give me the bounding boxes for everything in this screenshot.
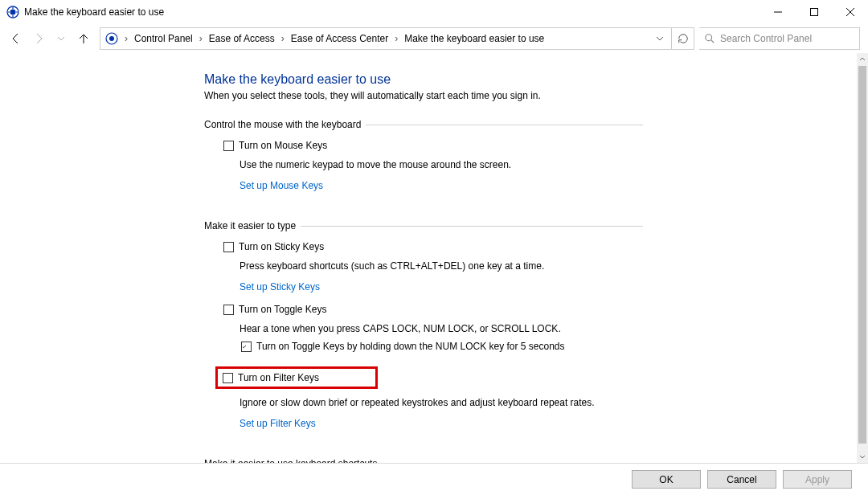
main-content: Make the keyboard easier to use When you…: [0, 53, 643, 463]
chevron-right-icon[interactable]: ›: [393, 33, 399, 44]
desc-mouse-keys: Use the numeric keypad to move the mouse…: [240, 159, 643, 170]
up-button[interactable]: [76, 31, 92, 47]
checkbox-mouse-keys[interactable]: [223, 141, 234, 151]
label-toggle-keys: Turn on Toggle Keys: [239, 304, 326, 315]
chevron-right-icon[interactable]: ›: [280, 33, 286, 44]
page-title: Make the keyboard easier to use: [204, 72, 643, 87]
minimize-button[interactable]: [760, 0, 796, 24]
refresh-button[interactable]: [672, 27, 694, 50]
ease-of-access-icon: [105, 32, 118, 45]
window-title: Make the keyboard easier to use: [24, 6, 164, 18]
desc-filter-keys: Ignore or slow down brief or repeated ke…: [240, 397, 643, 408]
chevron-right-icon[interactable]: ›: [123, 33, 129, 44]
label-toggle-keys-numlock: Turn on Toggle Keys by holding down the …: [256, 341, 565, 352]
svg-point-5: [706, 35, 712, 41]
title-bar: Make the keyboard easier to use: [0, 0, 868, 24]
maximize-button[interactable]: [796, 0, 832, 24]
ease-of-access-icon: [6, 6, 19, 18]
checkbox-sticky-keys[interactable]: [223, 242, 234, 252]
close-button[interactable]: [832, 0, 868, 24]
svg-point-4: [109, 36, 114, 41]
svg-point-1: [10, 10, 16, 15]
recent-locations-dropdown[interactable]: [53, 31, 69, 47]
address-dropdown[interactable]: [652, 28, 668, 49]
chevron-right-icon[interactable]: ›: [198, 33, 204, 44]
checkbox-toggle-keys[interactable]: [223, 305, 234, 315]
dialog-footer: OK Cancel Apply: [0, 463, 868, 495]
breadcrumb-ease-of-access-center[interactable]: Ease of Access Center: [288, 33, 391, 44]
svg-rect-2: [810, 9, 817, 16]
page-subtitle: When you select these tools, they will a…: [204, 90, 643, 101]
navigation-bar: › Control Panel › Ease of Access › Ease …: [0, 24, 868, 53]
divider: [366, 125, 643, 125]
desc-sticky-keys: Press keyboard shortcuts (such as CTRL+A…: [240, 260, 643, 272]
divider: [301, 226, 643, 227]
group-title-type: Make it easier to type: [204, 220, 296, 231]
link-setup-filter-keys[interactable]: Set up Filter Keys: [240, 418, 316, 429]
checkbox-filter-keys[interactable]: [223, 373, 233, 383]
checkbox-toggle-keys-numlock[interactable]: [241, 342, 252, 352]
label-filter-keys: Turn on Filter Keys: [238, 372, 319, 383]
breadcrumb-control-panel[interactable]: Control Panel: [131, 33, 196, 44]
breadcrumb-ease-of-access[interactable]: Ease of Access: [206, 33, 278, 44]
breadcrumb-current[interactable]: Make the keyboard easier to use: [401, 33, 547, 44]
group-title-mouse: Control the mouse with the keyboard: [204, 119, 361, 130]
search-input[interactable]: Search Control Panel: [699, 27, 860, 50]
scroll-down-button[interactable]: [857, 450, 868, 463]
vertical-scrollbar[interactable]: [857, 53, 868, 463]
group-control-mouse: Control the mouse with the keyboard Turn…: [204, 119, 643, 202]
label-mouse-keys: Turn on Mouse Keys: [239, 140, 327, 151]
highlight-filter-keys: Turn on Filter Keys: [215, 366, 378, 389]
search-placeholder: Search Control Panel: [720, 33, 812, 44]
scrollbar-thumb[interactable]: [858, 66, 866, 444]
apply-button[interactable]: Apply: [783, 470, 852, 489]
group-easier-type: Make it easier to type Turn on Sticky Ke…: [204, 220, 643, 440]
cancel-button[interactable]: Cancel: [707, 470, 776, 489]
search-icon: [704, 33, 715, 44]
scroll-up-button[interactable]: [857, 53, 868, 66]
link-setup-sticky-keys[interactable]: Set up Sticky Keys: [240, 281, 320, 292]
forward-button[interactable]: [31, 31, 47, 47]
link-setup-mouse-keys[interactable]: Set up Mouse Keys: [240, 180, 323, 191]
back-button[interactable]: [8, 31, 24, 47]
label-sticky-keys: Turn on Sticky Keys: [239, 241, 324, 252]
ok-button[interactable]: OK: [632, 470, 701, 489]
address-bar[interactable]: › Control Panel › Ease of Access › Ease …: [100, 27, 672, 50]
desc-toggle-keys: Hear a tone when you press CAPS LOCK, NU…: [240, 323, 643, 334]
